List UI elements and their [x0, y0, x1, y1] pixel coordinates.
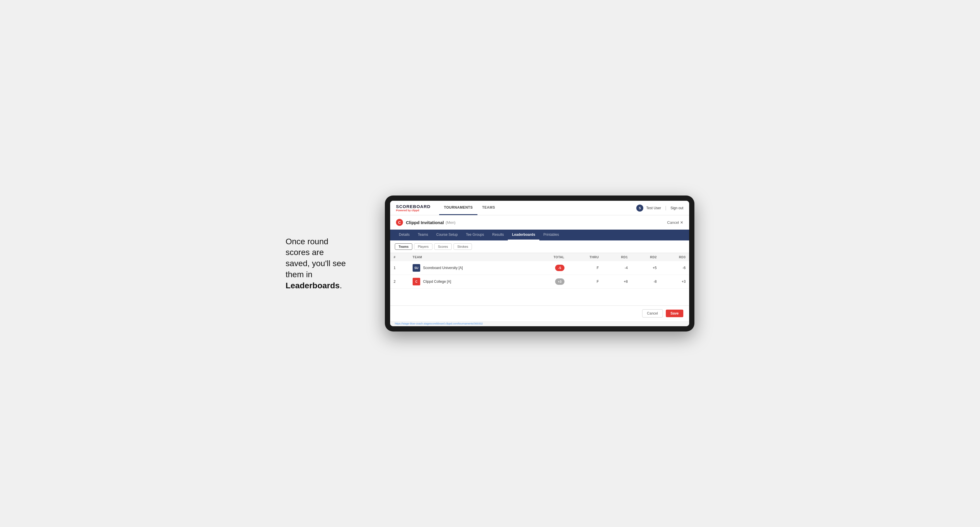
logo-sub-prefix: Powered by	[396, 209, 412, 212]
rd2-1: +5	[632, 261, 660, 275]
table-header-row: # TEAM TOTAL THRU RD1 RD2 RD3	[390, 253, 689, 261]
user-name: Test User	[646, 206, 661, 210]
rank-2: 2	[390, 275, 409, 289]
tab-course-setup[interactable]: Course Setup	[432, 230, 462, 240]
leaderboard-table: # TEAM TOTAL THRU RD1 RD2 RD3 1	[390, 253, 689, 289]
page-wrapper: Once round scores are saved, you'll see …	[286, 195, 694, 332]
total-1: -5	[530, 261, 568, 275]
user-avatar: S	[636, 205, 643, 211]
nav-tabs: TOURNAMENTS TEAMS	[439, 201, 500, 215]
rd3-1: -6	[660, 261, 689, 275]
tablet-screen: SCOREBOARD Powered by clippd TOURNAMENTS…	[390, 201, 689, 326]
tournament-gender: (Men)	[445, 220, 455, 225]
col-rd2: RD2	[632, 253, 660, 261]
nav-tab-teams[interactable]: TEAMS	[477, 201, 500, 215]
pipe: |	[665, 205, 667, 211]
nav-tab-tournaments[interactable]: TOURNAMENTS	[439, 201, 477, 215]
sign-out-link[interactable]: Sign out	[670, 206, 683, 210]
total-2: +3	[530, 275, 568, 289]
tab-printables[interactable]: Printables	[539, 230, 563, 240]
left-text-bold: Leaderboards	[286, 281, 340, 290]
tab-tee-groups[interactable]: Tee Groups	[462, 230, 488, 240]
close-icon: ✕	[680, 220, 683, 225]
rd3-2: +3	[660, 275, 689, 289]
logo-text: SCOREBOARD	[396, 204, 430, 209]
score-badge-1: -5	[555, 265, 565, 271]
left-text-line3: saved, you'll see	[286, 259, 346, 268]
team-name-1: SU Scoreboard University [A]	[409, 261, 530, 275]
top-nav: SCOREBOARD Powered by clippd TOURNAMENTS…	[390, 201, 689, 215]
col-thru: THRU	[568, 253, 603, 261]
rd1-2: +8	[602, 275, 631, 289]
filter-scores[interactable]: Scores	[434, 243, 452, 250]
logo-sub: Powered by clippd	[396, 209, 430, 212]
logo-brand: clippd	[412, 209, 419, 212]
col-rd1: RD1	[602, 253, 631, 261]
tablet-frame: SCOREBOARD Powered by clippd TOURNAMENTS…	[385, 195, 694, 332]
filter-players[interactable]: Players	[414, 243, 433, 250]
team-cell-2: C Clippd College [A]	[413, 278, 527, 286]
tab-details[interactable]: Details	[395, 230, 414, 240]
leaderboard-table-area: # TEAM TOTAL THRU RD1 RD2 RD3 1	[390, 253, 689, 306]
left-text-line1: Once round	[286, 237, 328, 246]
filter-row: Teams Players Scores Strokes	[390, 240, 689, 253]
table-row: 2 C Clippd College [A] +3	[390, 275, 689, 289]
tournament-name: Clippd Invitational	[406, 220, 444, 225]
tab-teams[interactable]: Teams	[414, 230, 432, 240]
bottom-bar: Cancel Save	[390, 306, 689, 321]
logo-area: SCOREBOARD Powered by clippd	[396, 204, 430, 212]
team-cell-1: SU Scoreboard University [A]	[413, 264, 527, 271]
tab-results[interactable]: Results	[488, 230, 508, 240]
thru-2: F	[568, 275, 603, 289]
sub-nav: Details Teams Course Setup Tee Groups Re…	[390, 230, 689, 240]
team-logo-2: C	[413, 278, 420, 286]
url-bar: https://stage-blue-coach.stagescorebboar…	[390, 321, 689, 326]
nav-right: S Test User | Sign out	[636, 205, 683, 211]
rd2-2: -8	[632, 275, 660, 289]
table-row: 1 SU Scoreboard University [A]	[390, 261, 689, 275]
col-team: TEAM	[409, 253, 530, 261]
thru-1: F	[568, 261, 603, 275]
col-rd3: RD3	[660, 253, 689, 261]
cancel-button[interactable]: Cancel	[642, 309, 663, 317]
left-text-block: Once round scores are saved, you'll see …	[286, 236, 368, 291]
score-badge-2: +3	[555, 278, 565, 285]
team-logo-1: SU	[413, 264, 420, 271]
tournament-header: C Clippd Invitational (Men) Cancel ✕	[390, 215, 689, 230]
team-name-2: C Clippd College [A]	[409, 275, 530, 289]
filter-teams[interactable]: Teams	[395, 243, 412, 250]
col-rank: #	[390, 253, 409, 261]
filter-strokes[interactable]: Strokes	[453, 243, 472, 250]
tournament-icon: C	[396, 219, 403, 226]
tab-leaderboards[interactable]: Leaderboards	[508, 230, 539, 240]
col-total: TOTAL	[530, 253, 568, 261]
left-text-line4: them in	[286, 270, 312, 279]
rd1-1: -4	[602, 261, 631, 275]
save-button[interactable]: Save	[666, 310, 683, 317]
cancel-x-button[interactable]: Cancel ✕	[667, 220, 683, 225]
left-text-end: .	[340, 281, 342, 290]
left-text-line2: scores are	[286, 248, 324, 257]
rank-1: 1	[390, 261, 409, 275]
